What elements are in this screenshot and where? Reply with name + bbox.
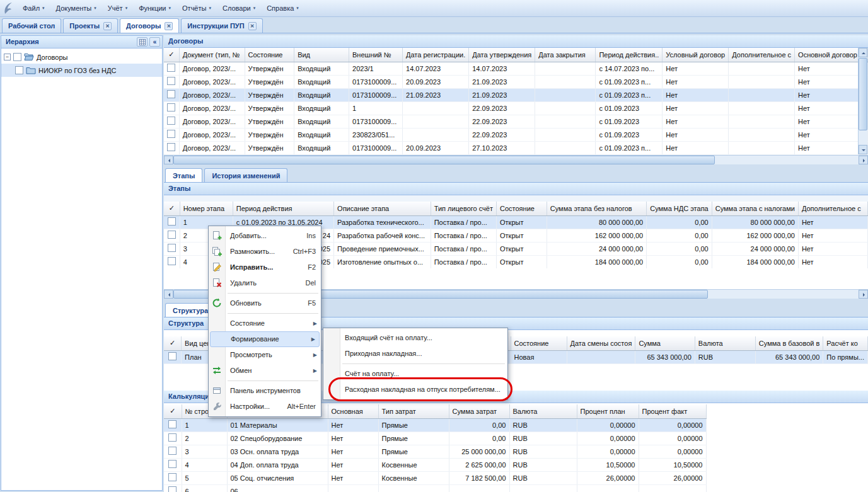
tab-desktop[interactable]: Рабочий стол: [2, 18, 61, 33]
column-header[interactable]: Расчёт ко: [823, 336, 868, 350]
column-header[interactable]: Процент факт: [639, 404, 706, 418]
column-header[interactable]: Номер этапа: [180, 202, 233, 215]
contract-row[interactable]: Договор, 2023/...УтверждёнВходящий122.09…: [164, 101, 868, 115]
scroll-up-icon[interactable]: [859, 48, 867, 57]
menu-functions[interactable]: Функции▾: [133, 2, 176, 14]
horizontal-scrollbar[interactable]: [164, 155, 868, 164]
submenu-item-incoming-invoice[interactable]: Входящий счёт на оплату...: [323, 330, 507, 346]
submenu-item-expense-note[interactable]: Расходная накладная на отпуск потребител…: [323, 382, 507, 398]
scroll-right-icon[interactable]: [859, 290, 868, 299]
row-checkbox[interactable]: [167, 117, 175, 125]
row-checkbox[interactable]: [167, 90, 175, 98]
menu-reports[interactable]: Отчёты▾: [176, 2, 217, 14]
contract-row[interactable]: Договор, 2023/...УтверждёнВходящий017310…: [164, 75, 868, 88]
column-header[interactable]: Состояние: [245, 48, 294, 62]
menu-item-formation[interactable]: Формирование▶: [210, 331, 320, 347]
column-header[interactable]: Документ (тип, №: [179, 48, 245, 62]
scroll-left-icon[interactable]: [164, 156, 173, 164]
menu-item-add[interactable]: InsДобавить...: [209, 228, 321, 244]
tab-contracts[interactable]: Договоры✕: [120, 18, 179, 33]
column-header[interactable]: Период действия..: [596, 48, 663, 62]
tab-projects[interactable]: Проекты✕: [63, 18, 118, 33]
column-header[interactable]: Сумма затрат: [449, 404, 509, 418]
menu-help[interactable]: Справка▾: [261, 2, 304, 14]
menu-item-delete[interactable]: DelУдалить: [209, 275, 321, 291]
row-checkbox[interactable]: [168, 217, 176, 226]
column-header[interactable]: Описание этапа: [334, 202, 431, 215]
calculation-row[interactable]: 101 МатериалыНетПрямые0,00RUB0,000000,00…: [164, 418, 706, 432]
row-checkbox[interactable]: [168, 433, 176, 442]
column-header[interactable]: Вид: [294, 48, 349, 62]
menu-file[interactable]: Файл▾: [17, 2, 50, 14]
column-header[interactable]: Валюта: [509, 404, 577, 418]
close-icon[interactable]: ✕: [165, 22, 173, 30]
row-checkbox[interactable]: [167, 77, 175, 85]
column-header[interactable]: Период действия: [233, 202, 333, 215]
column-header[interactable]: Основной договор: [795, 48, 861, 62]
menu-item-settings[interactable]: Alt+EnterНастройки...: [209, 399, 321, 415]
column-header[interactable]: Дополнительное с: [798, 202, 867, 215]
close-icon[interactable]: ✕: [103, 22, 112, 30]
menu-item-exchange[interactable]: Обмен▶: [209, 363, 321, 379]
column-header[interactable]: Процент план: [577, 404, 639, 418]
row-checkbox[interactable]: [167, 143, 175, 151]
contract-row[interactable]: Договор, 2023/...УтверждёнВходящий2023/1…: [164, 62, 868, 75]
calculation-row[interactable]: 404 Доп. оплата трудаНетКосвенные2 625 0…: [164, 458, 706, 471]
calculation-row[interactable]: 505 Соц. отчисленияНетКосвенные7 182 500…: [164, 471, 706, 484]
row-checkbox[interactable]: [167, 103, 175, 112]
column-header[interactable]: Дата регистрации.: [403, 48, 469, 62]
row-checkbox[interactable]: [168, 447, 176, 455]
row-checkbox[interactable]: [168, 244, 176, 252]
menu-item-state[interactable]: Состояние▶: [209, 316, 321, 331]
tree-node-niokr[interactable]: НИОКР по ГОЗ без НДС: [1, 64, 162, 77]
select-all-header[interactable]: ✓: [164, 202, 180, 215]
column-header[interactable]: Сумма в базовой в: [755, 336, 823, 350]
contract-row[interactable]: Договор, 2023/...УтверждёнВходящий017310…: [164, 141, 868, 154]
menu-item-duplicate[interactable]: Ctrl+F3Размножить...: [209, 244, 321, 260]
row-checkbox[interactable]: [168, 473, 176, 481]
column-header[interactable]: Внешний №: [349, 48, 403, 62]
tab-instructions[interactable]: Инструкции ПУП✕: [181, 18, 262, 33]
column-header[interactable]: Условный договор: [663, 48, 729, 62]
select-all-header[interactable]: ✓: [164, 48, 179, 62]
row-checkbox[interactable]: [168, 420, 176, 428]
scroll-left-icon[interactable]: [164, 290, 173, 299]
close-icon[interactable]: ✕: [248, 22, 257, 30]
vertical-scrollbar[interactable]: [858, 48, 867, 154]
row-checkbox[interactable]: [167, 130, 175, 138]
column-header[interactable]: Валюта: [695, 336, 755, 350]
node-checkbox[interactable]: [15, 66, 23, 74]
calculation-row[interactable]: 606 ...: [164, 484, 706, 492]
menu-dictionaries[interactable]: Словари▾: [217, 2, 261, 14]
tab-change-history[interactable]: История изменений: [204, 168, 287, 182]
contract-row[interactable]: Договор, 2023/...УтверждёнВходящий230823…: [164, 128, 868, 141]
submenu-item-invoice[interactable]: Счёт на оплату...: [323, 366, 507, 382]
row-checkbox[interactable]: [167, 64, 175, 72]
column-header[interactable]: Сумма: [635, 336, 695, 350]
column-header[interactable]: Состояние: [497, 202, 547, 215]
column-header[interactable]: Сумма НДС этапа: [647, 202, 712, 215]
row-checkbox[interactable]: [168, 352, 176, 360]
row-checkbox[interactable]: [168, 257, 176, 265]
row-checkbox[interactable]: [168, 460, 176, 468]
column-header[interactable]: Сумма этапа с налогами: [712, 202, 798, 215]
scroll-down-icon[interactable]: [859, 145, 867, 154]
collapse-node-icon[interactable]: −: [4, 54, 11, 60]
column-header[interactable]: Состояние: [511, 336, 567, 350]
column-header[interactable]: Основная: [328, 404, 378, 418]
column-header[interactable]: Тип лицевого счёт: [431, 202, 496, 215]
menu-item-refresh[interactable]: F5Обновить: [209, 295, 321, 311]
column-header[interactable]: Дата смены состоя: [567, 336, 635, 350]
contract-row[interactable]: Договор, 2023/...УтверждёнВходящий017310…: [164, 115, 868, 128]
column-header[interactable]: Сумма этапа без налогов: [547, 202, 646, 215]
calculation-row[interactable]: 202 СпецоборудованиеНетПрямые0,00RUB0,00…: [164, 432, 706, 445]
menu-item-toolbar[interactable]: Панель инструментов: [209, 383, 321, 399]
node-checkbox[interactable]: [13, 53, 21, 61]
collapse-panel-icon[interactable]: «: [149, 37, 160, 47]
row-checkbox[interactable]: [168, 231, 176, 239]
calculation-row[interactable]: 303 Осн. оплата трудаНетПрямые25 000 000…: [164, 445, 706, 458]
scrollbar-thumb[interactable]: [859, 58, 867, 130]
tab-stages[interactable]: Этапы: [165, 168, 202, 182]
select-all-header[interactable]: ✓: [164, 404, 182, 418]
scroll-right-icon[interactable]: [859, 156, 868, 164]
